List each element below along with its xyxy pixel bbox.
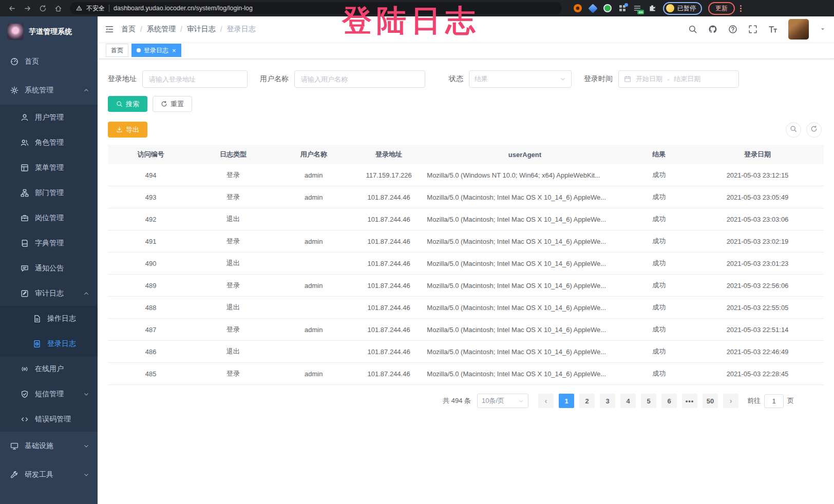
breadcrumb-item[interactable]: 首页 <box>121 25 136 34</box>
table-row[interactable]: 488退出101.87.244.46Mozilla/5.0 (Macintosh… <box>108 297 824 319</box>
sidebar-item[interactable]: 角色管理 <box>0 130 98 155</box>
sidebar-item[interactable]: 系统管理 <box>0 76 98 105</box>
home-icon[interactable] <box>51 2 65 14</box>
search-icon[interactable] <box>688 25 697 34</box>
login-address-input[interactable] <box>142 70 248 88</box>
sidebar-item[interactable]: 审计日志 <box>0 281 98 306</box>
table-cell: Mozilla/5.0 (Macintosh; Intel Mac OS X 1… <box>423 370 627 378</box>
fullscreen-icon[interactable] <box>748 25 757 34</box>
reset-button[interactable]: 重置 <box>153 96 192 112</box>
message-icon <box>21 264 29 273</box>
table-cell: 登录 <box>194 281 272 290</box>
table-row[interactable]: 486退出101.87.244.46Mozilla/5.0 (Macintosh… <box>108 341 824 363</box>
sidebar-item[interactable]: 研发工具 <box>0 460 98 489</box>
view-tag[interactable]: 首页 <box>106 44 128 57</box>
table-row[interactable]: 493登录admin101.87.244.46Mozilla/5.0 (Maci… <box>108 186 824 208</box>
sidebar-item[interactable]: 通知公告 <box>0 256 98 281</box>
search-button[interactable]: 搜索 <box>108 96 147 112</box>
browser-menu-icon[interactable] <box>740 5 742 12</box>
extension-on-badge: on <box>637 10 644 14</box>
page-size-select[interactable]: 10条/页 <box>477 394 528 408</box>
export-button[interactable]: 导出 <box>108 122 147 138</box>
table-row[interactable]: 485登录admin101.87.244.46Mozilla/5.0 (Maci… <box>108 363 824 385</box>
sidebar-item[interactable]: 错误码管理 <box>0 406 98 432</box>
breadcrumb-item[interactable]: 审计日志 <box>187 25 216 34</box>
table-cell: 101.87.244.46 <box>355 238 423 245</box>
toggle-search-button[interactable] <box>786 122 801 138</box>
sidebar-item[interactable]: 短信管理 <box>0 381 98 406</box>
table-cell: 成功 <box>627 170 691 180</box>
hamburger-icon[interactable] <box>105 25 114 34</box>
table-cell: 101.87.244.46 <box>355 216 423 223</box>
table-cell: 2021-05-03 22:28:45 <box>691 370 824 378</box>
page-button[interactable]: 3 <box>600 394 615 408</box>
reload-icon[interactable] <box>36 2 49 14</box>
sidebar-item[interactable]: 菜单管理 <box>0 155 98 180</box>
document-icon <box>33 315 41 323</box>
url-text[interactable]: dashboard.yudao.iocoder.cn/system/log/lo… <box>113 5 253 12</box>
page-button[interactable]: 50 <box>703 394 718 408</box>
profile-paused-chip[interactable]: 已暂停 <box>663 2 702 15</box>
list-extension-icon[interactable]: on <box>633 4 642 13</box>
sidebar-item[interactable]: 登录日志 <box>0 331 98 356</box>
table-cell: 2021-05-03 22:55:05 <box>691 304 824 312</box>
prev-page-button[interactable]: ‹ <box>538 394 554 408</box>
close-icon[interactable]: × <box>172 47 176 54</box>
table-cell: 2021-05-03 22:56:06 <box>691 282 824 289</box>
page-button[interactable]: 6 <box>661 394 677 408</box>
green-circle-extension-icon[interactable] <box>603 4 612 13</box>
username-input[interactable] <box>294 70 425 88</box>
status-select[interactable]: 结果 <box>469 70 572 88</box>
filter-buttons: 搜索 重置 <box>108 96 824 112</box>
monitor-icon <box>10 442 18 450</box>
sidebar-item[interactable]: 在线用户 <box>0 356 98 381</box>
next-page-button[interactable]: › <box>723 394 738 408</box>
sidebar-item[interactable]: 字典管理 <box>0 230 98 256</box>
breadcrumb-item[interactable]: 系统管理 <box>147 25 176 34</box>
date-range-picker[interactable]: 开始日期 - 结束日期 <box>618 70 739 88</box>
sidebar-item[interactable]: 岗位管理 <box>0 205 98 230</box>
table-cell: 488 <box>108 304 194 312</box>
sidebar-item-label: 系统管理 <box>25 86 53 95</box>
more-pages-button[interactable]: ••• <box>682 394 697 408</box>
page-button[interactable]: 4 <box>620 394 636 408</box>
table-row[interactable]: 490退出101.87.244.46Mozilla/5.0 (Macintosh… <box>108 253 824 275</box>
table-cell: 101.87.244.46 <box>355 304 423 312</box>
sidebar-item[interactable]: 操作日志 <box>0 306 98 331</box>
goto-page-input[interactable] <box>764 394 784 408</box>
sidebar-item[interactable]: 基础设施 <box>0 432 98 460</box>
table-row[interactable]: 492退出101.87.244.46Mozilla/5.0 (Macintosh… <box>108 208 824 230</box>
filter-label: 登录时间 <box>584 74 613 84</box>
github-icon[interactable] <box>708 25 717 34</box>
address-bar[interactable]: 不安全 dashboard.yudao.iocoder.cn/system/lo… <box>70 2 562 14</box>
user-avatar[interactable] <box>788 19 809 40</box>
page-button[interactable]: 2 <box>579 394 595 408</box>
calendar-icon <box>624 75 631 83</box>
table-row[interactable]: 491登录admin101.87.244.46Mozilla/5.0 (Maci… <box>108 230 824 253</box>
sidebar-item[interactable]: 用户管理 <box>0 105 98 130</box>
refresh-table-button[interactable] <box>806 122 822 138</box>
sidebar-item[interactable]: 首页 <box>0 47 98 76</box>
table-row[interactable]: 487登录admin101.87.244.46Mozilla/5.0 (Maci… <box>108 319 824 341</box>
table-row[interactable]: 489登录admin101.87.244.46Mozilla/5.0 (Maci… <box>108 275 824 297</box>
puzzle-extension-icon[interactable] <box>648 4 657 13</box>
table-row[interactable]: 494登录admin117.159.17.226Mozilla/5.0 (Win… <box>108 164 824 186</box>
caret-down-icon[interactable] <box>820 26 826 32</box>
forward-icon[interactable] <box>21 2 34 14</box>
font-size-icon[interactable] <box>768 25 778 34</box>
sidebar-logo-row[interactable]: 芋道管理系统 <box>0 16 98 47</box>
page-button[interactable]: 5 <box>641 394 656 408</box>
view-tag[interactable]: 登录日志× <box>131 44 181 57</box>
update-button[interactable]: 更新 <box>708 2 735 15</box>
help-icon[interactable] <box>728 25 737 34</box>
grid-extension-icon[interactable] <box>618 4 627 13</box>
table-cell: admin <box>273 282 355 289</box>
sidebar-item[interactable]: 部门管理 <box>0 180 98 205</box>
table-cell: 2021-05-03 23:02:19 <box>691 238 824 245</box>
blue-gem-extension-icon[interactable] <box>588 4 597 13</box>
back-icon[interactable] <box>5 2 18 14</box>
page-button[interactable]: 1 <box>559 394 574 408</box>
orange-extension-icon[interactable] <box>573 4 582 13</box>
table-cell: 成功 <box>627 281 691 290</box>
table-cell: 493 <box>108 193 194 201</box>
